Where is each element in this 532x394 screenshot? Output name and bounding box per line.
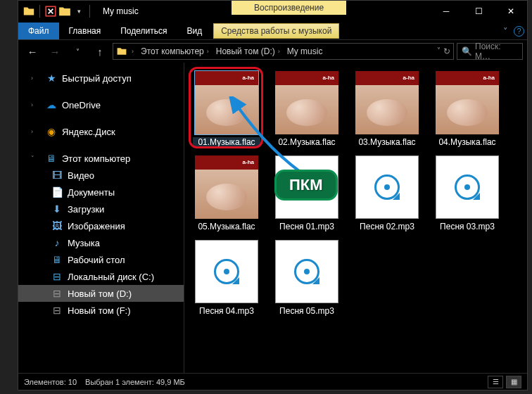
folder-icon bbox=[23, 5, 35, 18]
view-icons-button[interactable]: ▦ bbox=[506, 376, 521, 388]
file-label: Песня 03.mp3 bbox=[433, 222, 501, 231]
sidebar-music[interactable]: ♪Музыка bbox=[18, 234, 184, 251]
file-list[interactable]: a-ha 01.Музыка.flac a-ha 02.Музыка.flac … bbox=[184, 63, 527, 373]
qat-properties-icon[interactable] bbox=[44, 5, 57, 18]
sidebar-quick-access[interactable]: › ★ Быстрый доступ bbox=[18, 70, 184, 87]
view-details-button[interactable]: ☰ bbox=[488, 376, 503, 388]
file-label: Песня 02.mp3 bbox=[353, 222, 421, 231]
file-item[interactable]: Песня 04.mp3 bbox=[193, 240, 260, 316]
chevron-down-icon[interactable]: ˅ bbox=[31, 155, 41, 162]
audio-thumbnail bbox=[195, 240, 258, 303]
file-label: Песня 04.mp3 bbox=[193, 306, 260, 316]
forward-button[interactable]: → bbox=[45, 43, 65, 60]
tab-music-tools[interactable]: Средства работы с музыкой bbox=[213, 23, 339, 39]
sidebar-drive-c[interactable]: ⊟Локальный диск (C:) bbox=[18, 268, 184, 285]
document-icon: 📄 bbox=[51, 186, 63, 198]
star-icon: ★ bbox=[45, 72, 58, 84]
file-label: 04.Музыка.flac bbox=[433, 137, 501, 147]
crumb-folder[interactable]: My music bbox=[284, 45, 326, 58]
close-button[interactable]: ✕ bbox=[495, 1, 527, 22]
window-title: My music bbox=[103, 6, 139, 16]
up-button[interactable]: ↑ bbox=[90, 43, 110, 60]
file-label: Песня 01.mp3 bbox=[273, 222, 341, 231]
ribbon-expand-icon[interactable]: ˅ bbox=[503, 26, 508, 37]
album-thumbnail: a-ha bbox=[275, 71, 338, 134]
file-item[interactable]: a-ha 01.Музыка.flac bbox=[193, 71, 260, 147]
crumb-this-pc[interactable]: Этот компьютер› bbox=[138, 45, 212, 58]
file-item[interactable]: a-ha 02.Музыка.flac bbox=[273, 71, 341, 147]
refresh-icon[interactable]: ↻ bbox=[443, 46, 450, 56]
qat-new-folder-icon[interactable] bbox=[58, 5, 71, 18]
search-input[interactable]: 🔍 Поиск: M… bbox=[457, 43, 523, 60]
sidebar-this-pc[interactable]: ˅ 🖥 Этот компьютер bbox=[18, 150, 184, 167]
audio-thumbnail bbox=[275, 155, 338, 219]
sidebar-pictures[interactable]: 🖼Изображения bbox=[18, 217, 184, 234]
file-item[interactable]: a-ha 05.Музыка.flac bbox=[193, 155, 260, 231]
sidebar-drive-f[interactable]: ⊟Новый том (F:) bbox=[18, 302, 184, 319]
album-thumbnail: a-ha bbox=[195, 71, 258, 134]
context-tab-playback[interactable]: Воспроизведение bbox=[232, 1, 346, 15]
file-item[interactable]: Песня 03.mp3 bbox=[433, 155, 501, 231]
sidebar-videos[interactable]: 🎞Видео bbox=[18, 167, 184, 184]
video-icon: 🎞 bbox=[51, 169, 63, 182]
tab-share[interactable]: Поделиться bbox=[110, 23, 177, 39]
back-button[interactable]: ← bbox=[23, 43, 42, 60]
drive-icon: ⊟ bbox=[51, 287, 63, 300]
drive-icon: ⊟ bbox=[51, 270, 63, 283]
explorer-window: ▾ My music Воспроизведение ─ ☐ ✕ Файл Гл… bbox=[18, 0, 528, 390]
file-label: Песня 05.mp3 bbox=[273, 306, 341, 316]
sidebar-onedrive[interactable]: › ☁ OneDrive bbox=[18, 96, 184, 113]
sidebar-downloads[interactable]: ⬇Загрузки bbox=[18, 201, 184, 217]
status-bar: Элементов: 10 Выбран 1 элемент: 49,9 МБ … bbox=[18, 373, 527, 390]
titlebar: ▾ My music Воспроизведение ─ ☐ ✕ bbox=[18, 1, 527, 22]
folder-icon bbox=[116, 46, 127, 57]
album-thumbnail: a-ha bbox=[195, 155, 258, 219]
sidebar-documents[interactable]: 📄Документы bbox=[18, 184, 184, 201]
audio-icon bbox=[294, 174, 319, 200]
file-label: 05.Музыка.flac bbox=[193, 222, 260, 231]
address-bar: ← → ˅ ↑ › Этот компьютер› Новый том (D:)… bbox=[18, 40, 527, 63]
file-item[interactable]: Песня 05.mp3 bbox=[273, 240, 341, 316]
audio-icon bbox=[294, 259, 319, 284]
file-item[interactable]: a-ha 03.Музыка.flac bbox=[353, 71, 421, 147]
audio-icon bbox=[455, 174, 480, 200]
qat-dropdown-icon[interactable]: ▾ bbox=[72, 5, 85, 18]
minimize-button[interactable]: ─ bbox=[430, 1, 462, 22]
crumb-drive[interactable]: Новый том (D:)› bbox=[213, 45, 283, 58]
drive-icon: ⊟ bbox=[51, 304, 63, 317]
divider bbox=[39, 5, 40, 18]
file-item[interactable]: Песня 02.mp3 bbox=[353, 155, 421, 231]
audio-thumbnail bbox=[436, 155, 499, 219]
chevron-right-icon[interactable]: › bbox=[31, 75, 41, 82]
crumb-chevron[interactable]: › bbox=[129, 46, 137, 56]
audio-thumbnail bbox=[355, 155, 419, 219]
search-placeholder: Поиск: M… bbox=[475, 42, 518, 61]
tab-file[interactable]: Файл bbox=[18, 23, 59, 39]
search-icon: 🔍 bbox=[462, 46, 472, 56]
maximize-button[interactable]: ☐ bbox=[462, 1, 495, 22]
address-input[interactable]: › Этот компьютер› Новый том (D:)› My mus… bbox=[113, 43, 454, 60]
address-dropdown-icon[interactable]: ˅ bbox=[437, 46, 441, 56]
sidebar-drive-d[interactable]: ⊟Новый том (D:) bbox=[18, 285, 184, 302]
audio-icon bbox=[374, 174, 400, 200]
status-selection: Выбран 1 элемент: 49,9 МБ bbox=[85, 378, 185, 386]
cloud-icon: ☁ bbox=[45, 99, 58, 111]
tab-view[interactable]: Вид bbox=[177, 23, 212, 39]
download-icon: ⬇ bbox=[51, 203, 63, 215]
file-item[interactable]: a-ha 04.Музыка.flac bbox=[433, 71, 501, 147]
file-item[interactable]: Песня 01.mp3 bbox=[273, 155, 341, 231]
yandex-disk-icon: ◉ bbox=[45, 125, 58, 138]
file-label: 02.Музыка.flac bbox=[273, 137, 341, 147]
picture-icon: 🖼 bbox=[51, 220, 63, 232]
quick-access-toolbar: ▾ bbox=[23, 5, 93, 18]
tab-home[interactable]: Главная bbox=[59, 23, 111, 39]
audio-icon bbox=[214, 259, 239, 284]
help-icon[interactable]: ? bbox=[514, 26, 524, 37]
sidebar-yandex-disk[interactable]: › ◉ Яндекс.Диск bbox=[18, 123, 184, 140]
file-label: 01.Музыка.flac bbox=[193, 137, 260, 147]
music-icon: ♪ bbox=[51, 236, 63, 249]
sidebar-desktop[interactable]: 🖥Рабочий стол bbox=[18, 251, 184, 268]
recent-dropdown[interactable]: ˅ bbox=[68, 43, 87, 60]
status-item-count: Элементов: 10 bbox=[24, 378, 77, 386]
divider bbox=[89, 5, 90, 18]
